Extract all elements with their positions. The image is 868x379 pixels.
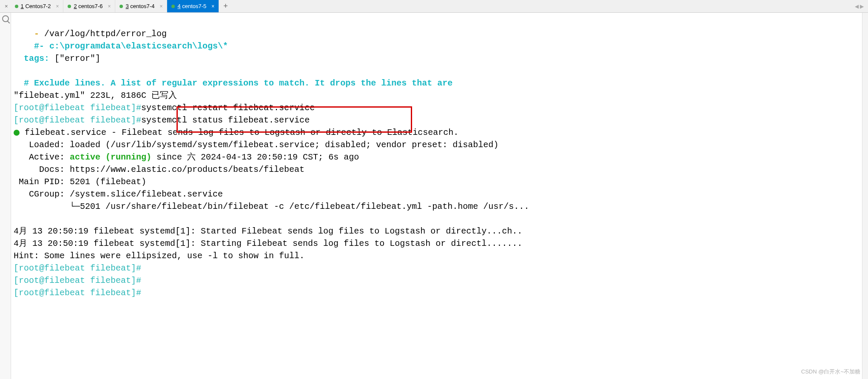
close-icon[interactable]: × bbox=[159, 3, 162, 9]
service-cgroup-proc: └─5201 /usr/share/filebeat/bin/filebeat … bbox=[14, 202, 529, 211]
yaml-dash: - bbox=[14, 29, 44, 39]
close-icon[interactable]: × bbox=[211, 3, 214, 9]
service-cgroup: CGroup: /system.slice/filebeat.service bbox=[14, 189, 223, 199]
tab-label: centos7-5 bbox=[182, 3, 206, 9]
shell-prompt: [root@filebeat filebeat]# bbox=[14, 103, 141, 113]
yaml-path: /var/log/httpd/error_log bbox=[44, 29, 167, 39]
shell-prompt: [root@filebeat filebeat]# bbox=[14, 276, 141, 285]
status-dot-icon bbox=[68, 5, 71, 8]
tab-label: centos7-4 bbox=[130, 3, 154, 9]
close-panel-icon[interactable]: × bbox=[2, 3, 11, 9]
tab-number: 3 bbox=[125, 3, 128, 9]
hint-line: Hint: Some lines were ellipsized, use -l… bbox=[14, 251, 305, 261]
tab-label: centos7-6 bbox=[78, 3, 102, 9]
status-dot-icon bbox=[171, 5, 175, 8]
scrollbar[interactable] bbox=[862, 13, 868, 379]
tab-1[interactable]: 1 Centos7-2 × bbox=[11, 0, 64, 12]
tab-4-active[interactable]: 4 centos7-5 × bbox=[167, 0, 219, 12]
yaml-comment: #- c:\programdata\elasticsearch\logs\* bbox=[14, 41, 228, 51]
service-title: filebeat.service - Filebeat sends log fi… bbox=[20, 128, 458, 137]
tab-2[interactable]: 2 centos7-6 × bbox=[63, 0, 115, 12]
journal-line: 4月 13 20:50:19 filebeat systemd[1]: Star… bbox=[14, 226, 522, 236]
journal-line: 4月 13 20:50:19 filebeat systemd[1]: Star… bbox=[14, 239, 522, 248]
shell-command: systemctl restart filebeat.service bbox=[141, 103, 315, 113]
service-docs: Docs: https://www.elastic.co/products/be… bbox=[14, 165, 305, 174]
tab-bar: × 1 Centos7-2 × 2 centos7-6 × 3 centos7-… bbox=[0, 0, 868, 13]
tab-3[interactable]: 3 centos7-4 × bbox=[115, 0, 167, 12]
left-gutter bbox=[0, 13, 11, 379]
service-pid: Main PID: 5201 (filebeat) bbox=[14, 177, 146, 187]
yaml-comment: # Exclude lines. A list of regular expre… bbox=[14, 78, 452, 88]
close-icon[interactable]: × bbox=[56, 3, 59, 9]
shell-prompt: [root@filebeat filebeat]# bbox=[14, 263, 141, 273]
service-active-status: active (running) bbox=[70, 152, 151, 162]
status-dot-icon bbox=[120, 5, 123, 8]
shell-prompt: [root@filebeat filebeat]# bbox=[14, 115, 141, 125]
shell-prompt: [root@filebeat filebeat]# bbox=[14, 288, 141, 298]
tab-label: Centos7-2 bbox=[25, 3, 51, 9]
terminal-output[interactable]: - /var/log/httpd/error_log #- c:\program… bbox=[11, 13, 868, 379]
service-active-since: since 六 2024-04-13 20:50:19 CST; 6s ago bbox=[151, 152, 359, 162]
close-icon[interactable]: × bbox=[108, 3, 111, 9]
tab-nav-arrows[interactable]: ◀ ▶ bbox=[851, 3, 868, 9]
add-tab-button[interactable]: + bbox=[219, 2, 232, 11]
yaml-value: ["error"] bbox=[54, 54, 100, 63]
watermark: CSDN @白开水~不加糖 bbox=[801, 368, 860, 376]
status-dot-icon bbox=[15, 5, 18, 8]
tab-number: 4 bbox=[177, 3, 180, 9]
service-status-dot-icon bbox=[14, 130, 20, 136]
service-loaded: Loaded: loaded (/usr/lib/systemd/system/… bbox=[14, 140, 498, 150]
search-icon[interactable] bbox=[2, 15, 9, 22]
tab-number: 2 bbox=[74, 3, 77, 9]
tab-number: 1 bbox=[21, 3, 24, 9]
shell-command: systemctl status filebeat.service bbox=[141, 115, 310, 125]
yaml-key: tags: bbox=[14, 54, 54, 63]
service-active-label: Active: bbox=[14, 152, 70, 162]
vim-status: "filebeat.yml" 223L, 8186C 已写入 bbox=[14, 91, 177, 100]
